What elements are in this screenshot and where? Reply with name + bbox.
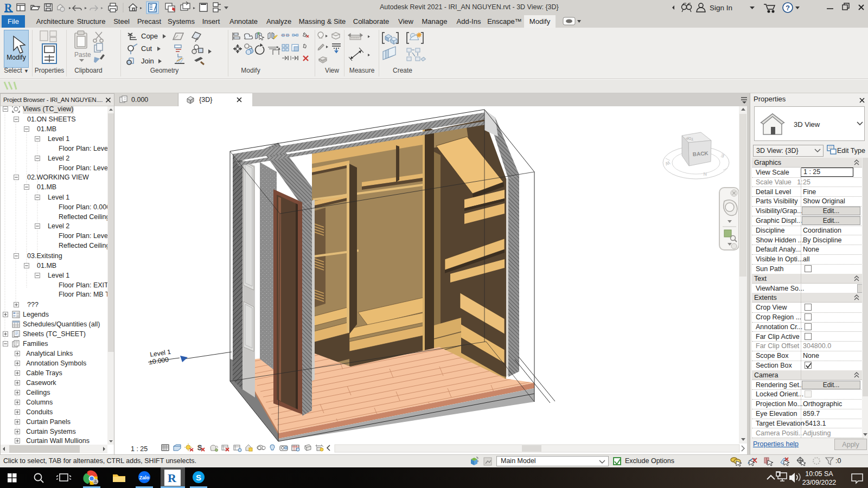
svg-text:Zalo: Zalo [139,475,150,480]
svg-text:W: W [665,160,671,166]
svg-text:N: N [704,171,707,177]
svg-text:BACK: BACK [692,150,709,157]
svg-text:R: R [168,471,177,485]
svg-text:Cut: Cut [141,44,152,53]
svg-text:10:05 SA: 10:05 SA [805,470,833,478]
svg-text:1 : 25: 1 : 25 [131,445,148,453]
svg-text:23/09/2022: 23/09/2022 [802,479,837,486]
svg-text:Sign In: Sign In [710,4,732,12]
svg-text:Paste: Paste [74,51,91,59]
svg-text:S: S [196,473,201,482]
svg-text:Cope: Cope [141,32,158,40]
svg-text:?: ? [786,4,790,12]
svg-text:E: E [720,152,725,158]
svg-text:Join: Join [141,57,154,65]
